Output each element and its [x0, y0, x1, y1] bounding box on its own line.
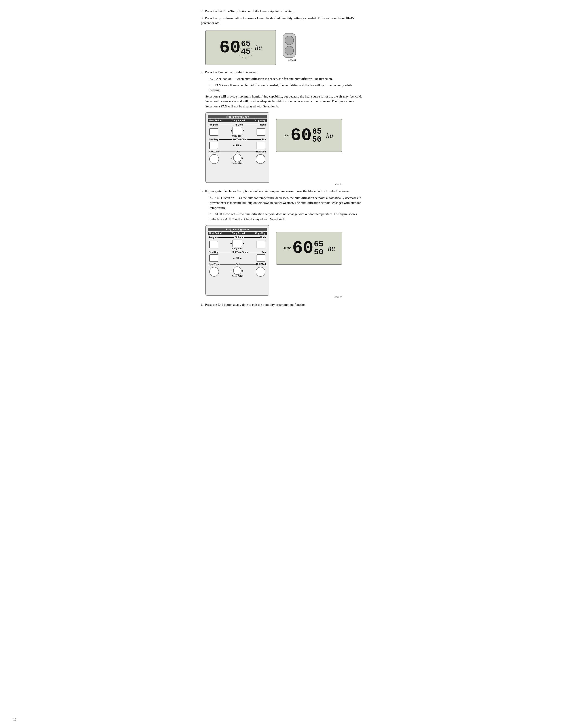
- lcd-small-group-auto: 65 50: [314, 240, 324, 256]
- item-5a-text: AUTO icon on — as the outdoor temperatur…: [210, 196, 361, 210]
- figure-col-device: A96464: [283, 33, 296, 62]
- rh-arrow-right-2: ►: [240, 257, 242, 259]
- ctrl-row2-2: Next Day Set Time/Temp Fan: [208, 251, 267, 253]
- up-button[interactable]: [285, 36, 294, 45]
- caption-3: A98175: [276, 296, 342, 298]
- rh-arrow-left-1: ◄: [233, 144, 235, 147]
- figure-pair-2: Programming Mode Next Period Copy Period…: [205, 112, 362, 186]
- label-settimetemp-2: Set Time/Temp: [232, 251, 248, 253]
- lcd-display-fan: Fan 60 65 50 hu: [276, 119, 342, 152]
- controller-diagram-1: Programming Mode Next Period Copy Period…: [205, 112, 269, 183]
- figure-col-fan-display: Fan 60 65 50 hu A98174: [276, 112, 342, 186]
- btn-copy-zone-1[interactable]: [232, 127, 242, 134]
- label-nextday-2: Next Day: [209, 251, 218, 253]
- rf-arrow-right-2: ►: [242, 270, 244, 272]
- copy-zone-block-1: ◄ ► Copy Zone: [230, 127, 245, 137]
- rh-arrow-left-2: ◄: [233, 257, 235, 259]
- rh-label-1: RH: [236, 144, 239, 147]
- arrow-left-icon-2: ◄: [230, 242, 232, 245]
- item-4b-label: b.: [210, 83, 212, 87]
- label-mode-1: Mode: [260, 124, 266, 126]
- item-5-text: If your system includes the optional out…: [205, 189, 350, 193]
- rf-arrow-right-1: ►: [242, 157, 244, 159]
- reset-filter-label-2: Reset Filter: [232, 275, 242, 277]
- line-2b: [248, 139, 261, 140]
- rh-label-2: RH: [236, 257, 239, 259]
- item-3-num: 3.: [201, 16, 203, 20]
- lcd-small-bottom-1: 45: [241, 48, 250, 56]
- item-5a-label: a.: [210, 196, 212, 200]
- ctrl-row1-2: Program All Zone Mode: [208, 236, 267, 239]
- line-2b-2: [248, 252, 261, 252]
- auto-label: AUTO: [283, 247, 292, 250]
- btn-mode-1[interactable]: [256, 128, 265, 136]
- btn-nextday-2[interactable]: [209, 254, 218, 262]
- item-4a-text: FAN icon on — when humidification is nee…: [214, 77, 333, 81]
- label-mode-2: Mode: [260, 236, 266, 239]
- lcd-number-group-1: 60 65 45: [219, 39, 250, 56]
- btn-nextzone-1[interactable]: [209, 154, 219, 164]
- ctrl-btns-row2-1: ◄ RH ►: [208, 142, 267, 149]
- prog-mode-bar-1: Programming Mode: [208, 115, 267, 118]
- btn-mode-2[interactable]: [256, 241, 265, 248]
- item-5-num: 5.: [201, 189, 203, 193]
- figure-pair-3: Programming Mode Next Period Copy Period…: [205, 225, 362, 299]
- line-3b-2: [240, 264, 256, 265]
- arrow-copy-zone-2: ◄ ►: [230, 240, 245, 247]
- prog-mode-bar-2: Programming Mode: [208, 228, 267, 231]
- lcd-small-bottom-auto: 50: [314, 248, 324, 256]
- ctrl-btns-row1-1: ◄ ► Copy Zone: [208, 127, 267, 137]
- item-5b: b.. AUTO icon off — the humidification s…: [210, 212, 362, 221]
- lcd-big-auto: 60: [292, 239, 314, 257]
- lcd-small-top-auto: 65: [314, 240, 324, 248]
- reset-filter-block-2: ◄ ► Reset Filter: [230, 266, 244, 277]
- label-holdend-2: Hold/End: [256, 263, 266, 266]
- copy-zone-label-1: Copy Zone: [232, 135, 242, 137]
- label-program-2: Program: [209, 236, 218, 239]
- lcd-big-1: 60: [219, 39, 240, 56]
- arrow-right-icon-2: ►: [242, 242, 245, 245]
- reset-filter-label-1: Reset Filter: [232, 162, 242, 164]
- instruction-item-6: 6. Press the End button at any time to e…: [201, 302, 362, 307]
- down-button[interactable]: [285, 46, 294, 55]
- copy-zone-label-2: Copy Zone: [232, 248, 242, 250]
- btn-holdend-2[interactable]: [256, 267, 265, 277]
- item-4-text: Press the Fan button to select between:: [205, 70, 256, 74]
- button-device: [283, 33, 296, 58]
- item-4b-text: FAN icon off — when humidification is ne…: [210, 83, 352, 92]
- item-4-num: 4.: [201, 70, 203, 74]
- btn-nextzone-2[interactable]: [209, 267, 219, 277]
- btn-nextday-1[interactable]: [209, 142, 218, 149]
- ctrl-btns-row2-2: ◄ RH ►: [208, 254, 267, 262]
- lcd-small-top-1: 65: [241, 40, 250, 48]
- btn-reset-1[interactable]: [233, 154, 241, 162]
- label-fan-1: Fan: [262, 138, 266, 141]
- copy-zone-block-2: ◄ ► Copy Zone: [230, 240, 245, 250]
- item-5a: a.. AUTO icon on — as the outdoor temper…: [210, 195, 362, 210]
- ctrl-btns-row3-2: ◄ ► Reset Filter: [208, 266, 267, 277]
- ctrl-btns-row3-1: ◄ ► Reset Filter: [208, 154, 267, 164]
- instruction-item-4: 4. Press the Fan button to select betwee…: [201, 70, 362, 75]
- arrow-reset-1: ◄ ►: [230, 154, 244, 162]
- btn-program-1[interactable]: [209, 128, 218, 136]
- caption-1: A96464: [283, 59, 296, 61]
- item-3-text: Press the up or down button to raise or …: [201, 16, 354, 25]
- figure-col-ctrl-2: Programming Mode Next Period Copy Period…: [205, 225, 269, 296]
- btn-holdend-1[interactable]: [256, 154, 265, 164]
- line-1a: [218, 125, 234, 125]
- label-nextzone-2: Next Zone: [209, 263, 219, 266]
- copy-period-2: Copy Period: [232, 232, 245, 235]
- rf-arrow-left-1: ◄: [230, 157, 233, 159]
- svg-line-5: [248, 57, 249, 58]
- btn-fan-2[interactable]: [256, 254, 265, 262]
- item-5b-text: AUTO icon off — the humidification setpo…: [210, 212, 357, 221]
- caption-2: A98174: [276, 183, 342, 186]
- copy-day-1: Copy Day: [255, 119, 265, 122]
- line-2a-2: [219, 252, 232, 252]
- btn-copy-zone-2[interactable]: [232, 240, 242, 247]
- btn-reset-2[interactable]: [233, 266, 241, 275]
- btn-fan-1[interactable]: [256, 142, 265, 149]
- arrow-copy-zone-1: ◄ ►: [230, 127, 245, 134]
- label-settimetemp-1: Set Time/Temp: [232, 138, 248, 141]
- btn-program-2[interactable]: [209, 241, 218, 248]
